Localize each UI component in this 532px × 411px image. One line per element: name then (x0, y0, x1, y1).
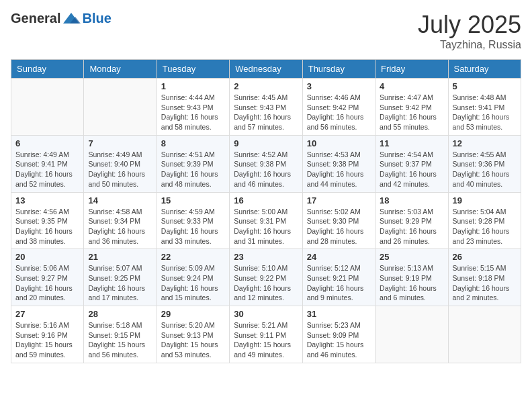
day-number: 12 (453, 138, 517, 148)
logo-icon (62, 11, 81, 26)
day-number: 8 (161, 138, 225, 148)
weekday-header-cell: Saturday (448, 60, 521, 79)
calendar-cell: 15Sunrise: 4:59 AMSunset: 9:33 PMDayligh… (157, 192, 229, 249)
day-number: 4 (380, 81, 443, 91)
calendar-cell: 5Sunrise: 4:48 AMSunset: 9:41 PMDaylight… (448, 79, 521, 136)
calendar-cell: 23Sunrise: 5:10 AMSunset: 9:22 PMDayligh… (230, 249, 302, 306)
day-number: 5 (453, 81, 517, 91)
calendar-cell: 31Sunrise: 5:23 AMSunset: 9:09 PMDayligh… (302, 306, 375, 363)
calendar-week-row: 20Sunrise: 5:06 AMSunset: 9:27 PMDayligh… (11, 249, 521, 306)
calendar-cell: 6Sunrise: 4:49 AMSunset: 9:41 PMDaylight… (11, 135, 84, 192)
calendar-cell (84, 79, 157, 136)
day-info: Sunrise: 4:46 AMSunset: 9:42 PMDaylight:… (307, 93, 371, 132)
day-number: 20 (15, 252, 79, 262)
day-number: 13 (15, 195, 79, 205)
day-number: 11 (380, 138, 443, 148)
day-info: Sunrise: 4:48 AMSunset: 9:41 PMDaylight:… (453, 93, 517, 132)
day-info: Sunrise: 5:02 AMSunset: 9:30 PMDaylight:… (307, 207, 371, 246)
calendar-table: SundayMondayTuesdayWednesdayThursdayFrid… (11, 59, 521, 363)
day-number: 16 (234, 195, 298, 205)
weekday-header-cell: Sunday (11, 60, 84, 79)
calendar-cell: 21Sunrise: 5:07 AMSunset: 9:25 PMDayligh… (84, 249, 157, 306)
calendar-cell: 4Sunrise: 4:47 AMSunset: 9:42 PMDaylight… (375, 79, 448, 136)
day-info: Sunrise: 4:44 AMSunset: 9:43 PMDaylight:… (161, 93, 225, 132)
day-number: 7 (88, 138, 152, 148)
day-info: Sunrise: 4:59 AMSunset: 9:33 PMDaylight:… (161, 207, 225, 246)
day-number: 15 (161, 195, 225, 205)
day-info: Sunrise: 5:03 AMSunset: 9:29 PMDaylight:… (380, 207, 443, 246)
calendar-cell (375, 306, 448, 363)
calendar-cell: 10Sunrise: 4:53 AMSunset: 9:38 PMDayligh… (302, 135, 375, 192)
calendar-cell: 26Sunrise: 5:15 AMSunset: 9:18 PMDayligh… (448, 249, 521, 306)
day-info: Sunrise: 5:20 AMSunset: 9:13 PMDaylight:… (161, 320, 225, 360)
weekday-header-cell: Wednesday (230, 60, 302, 79)
day-number: 14 (88, 195, 152, 205)
day-info: Sunrise: 4:49 AMSunset: 9:40 PMDaylight:… (88, 150, 152, 189)
calendar-cell: 11Sunrise: 4:54 AMSunset: 9:37 PMDayligh… (375, 135, 448, 192)
calendar-cell: 2Sunrise: 4:45 AMSunset: 9:43 PMDaylight… (230, 79, 302, 136)
calendar-cell: 9Sunrise: 4:52 AMSunset: 9:38 PMDaylight… (230, 135, 302, 192)
calendar-week-row: 27Sunrise: 5:16 AMSunset: 9:16 PMDayligh… (11, 306, 521, 363)
day-number: 31 (307, 309, 371, 319)
calendar-cell: 18Sunrise: 5:03 AMSunset: 9:29 PMDayligh… (375, 192, 448, 249)
day-number: 6 (15, 138, 79, 148)
day-info: Sunrise: 5:18 AMSunset: 9:15 PMDaylight:… (88, 320, 152, 360)
calendar-cell: 14Sunrise: 4:58 AMSunset: 9:34 PMDayligh… (84, 192, 157, 249)
day-info: Sunrise: 4:47 AMSunset: 9:42 PMDaylight:… (380, 93, 443, 132)
calendar-cell (448, 306, 521, 363)
day-number: 21 (88, 252, 152, 262)
title-block: July 2025 Tayzhina, Russia (418, 11, 521, 51)
calendar-cell: 7Sunrise: 4:49 AMSunset: 9:40 PMDaylight… (84, 135, 157, 192)
day-info: Sunrise: 5:06 AMSunset: 9:27 PMDaylight:… (15, 263, 79, 303)
weekday-header-cell: Monday (84, 60, 157, 79)
weekday-header-cell: Thursday (302, 60, 375, 79)
day-info: Sunrise: 5:23 AMSunset: 9:09 PMDaylight:… (307, 320, 371, 360)
calendar-cell: 24Sunrise: 5:12 AMSunset: 9:21 PMDayligh… (302, 249, 375, 306)
calendar-cell: 20Sunrise: 5:06 AMSunset: 9:27 PMDayligh… (11, 249, 84, 306)
calendar-cell: 29Sunrise: 5:20 AMSunset: 9:13 PMDayligh… (157, 306, 229, 363)
day-info: Sunrise: 4:55 AMSunset: 9:36 PMDaylight:… (453, 150, 517, 189)
day-info: Sunrise: 4:45 AMSunset: 9:43 PMDaylight:… (234, 93, 298, 132)
day-number: 3 (307, 81, 371, 91)
weekday-header-cell: Tuesday (157, 60, 229, 79)
calendar-week-row: 1Sunrise: 4:44 AMSunset: 9:43 PMDaylight… (11, 79, 521, 136)
day-number: 25 (380, 252, 443, 262)
calendar-cell: 25Sunrise: 5:13 AMSunset: 9:19 PMDayligh… (375, 249, 448, 306)
day-info: Sunrise: 4:52 AMSunset: 9:38 PMDaylight:… (234, 150, 298, 189)
calendar-cell: 27Sunrise: 5:16 AMSunset: 9:16 PMDayligh… (11, 306, 84, 363)
weekday-header-row: SundayMondayTuesdayWednesdayThursdayFrid… (11, 60, 521, 79)
day-info: Sunrise: 4:53 AMSunset: 9:38 PMDaylight:… (307, 150, 371, 189)
calendar-cell: 13Sunrise: 4:56 AMSunset: 9:35 PMDayligh… (11, 192, 84, 249)
day-number: 19 (453, 195, 517, 205)
calendar-cell: 22Sunrise: 5:09 AMSunset: 9:24 PMDayligh… (157, 249, 229, 306)
day-number: 18 (380, 195, 443, 205)
weekday-header-cell: Friday (375, 60, 448, 79)
day-number: 9 (234, 138, 298, 148)
calendar-cell (11, 79, 84, 136)
day-info: Sunrise: 5:04 AMSunset: 9:28 PMDaylight:… (453, 207, 517, 246)
day-number: 27 (15, 309, 79, 319)
logo-blue-text: Blue (82, 11, 111, 26)
day-number: 30 (234, 309, 298, 319)
day-info: Sunrise: 5:10 AMSunset: 9:22 PMDaylight:… (234, 263, 298, 303)
calendar-cell: 16Sunrise: 5:00 AMSunset: 9:31 PMDayligh… (230, 192, 302, 249)
calendar-cell: 1Sunrise: 4:44 AMSunset: 9:43 PMDaylight… (157, 79, 229, 136)
logo-general-text: General (11, 11, 60, 26)
day-number: 10 (307, 138, 371, 148)
page-header: General Blue July 2025 Tayzhina, Russia (11, 11, 521, 51)
day-info: Sunrise: 5:16 AMSunset: 9:16 PMDaylight:… (15, 320, 79, 360)
calendar-cell: 19Sunrise: 5:04 AMSunset: 9:28 PMDayligh… (448, 192, 521, 249)
day-info: Sunrise: 5:13 AMSunset: 9:19 PMDaylight:… (380, 263, 443, 303)
calendar-week-row: 13Sunrise: 4:56 AMSunset: 9:35 PMDayligh… (11, 192, 521, 249)
day-info: Sunrise: 5:00 AMSunset: 9:31 PMDaylight:… (234, 207, 298, 246)
day-number: 29 (161, 309, 225, 319)
day-info: Sunrise: 4:56 AMSunset: 9:35 PMDaylight:… (15, 207, 79, 246)
day-info: Sunrise: 5:09 AMSunset: 9:24 PMDaylight:… (161, 263, 225, 303)
day-info: Sunrise: 4:54 AMSunset: 9:37 PMDaylight:… (380, 150, 443, 189)
day-info: Sunrise: 5:21 AMSunset: 9:11 PMDaylight:… (234, 320, 298, 360)
day-info: Sunrise: 4:51 AMSunset: 9:39 PMDaylight:… (161, 150, 225, 189)
logo: General Blue (11, 11, 112, 26)
calendar-cell: 28Sunrise: 5:18 AMSunset: 9:15 PMDayligh… (84, 306, 157, 363)
day-number: 1 (161, 81, 225, 91)
day-number: 23 (234, 252, 298, 262)
